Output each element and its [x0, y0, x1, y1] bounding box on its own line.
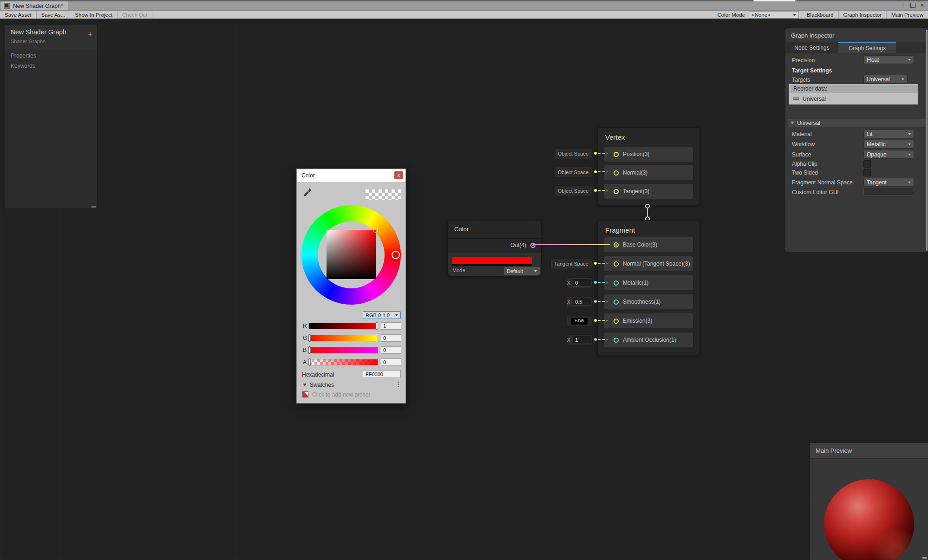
emission-hdr-widget[interactable]: HDR: [567, 315, 592, 326]
blackboard-header: New Shader Graph Shader Graphs +: [5, 25, 97, 49]
channel-a-value[interactable]: 0: [381, 358, 401, 366]
widget-dot: [594, 300, 597, 303]
ambient-occlusion-value-field[interactable]: X 1: [566, 334, 592, 345]
sv-selector[interactable]: [373, 228, 378, 233]
main-preview-header[interactable]: Main Preview: [810, 443, 928, 459]
alpha-clip-checkbox[interactable]: [863, 160, 871, 168]
surface-dropdown[interactable]: Opaque: [863, 150, 914, 159]
output-port-vec4[interactable]: [530, 243, 536, 248]
color-node[interactable]: Color Out(4) Mode Default: [447, 220, 542, 276]
chevron-down-icon: [395, 314, 398, 316]
top-edge-tick: [795, 0, 797, 1]
close-window-icon[interactable]: ✕: [920, 2, 924, 8]
vertex-port-position[interactable]: Position(3): [604, 147, 693, 162]
show-in-project-button[interactable]: Show In Project: [70, 11, 118, 19]
window-menu-icon[interactable]: ⋮: [901, 2, 906, 8]
position-space-dropdown[interactable]: Object Space: [554, 148, 592, 159]
vertex-port-normal[interactable]: Normal(3): [604, 165, 693, 180]
tangent-space-dropdown[interactable]: Object Space: [554, 185, 592, 196]
channel-g-value[interactable]: 0: [381, 334, 401, 342]
add-property-button[interactable]: +: [88, 30, 92, 38]
channel-b-value[interactable]: 0: [381, 346, 401, 354]
blackboard-toggle-button[interactable]: Blackboard: [802, 11, 839, 19]
color-space-dropdown[interactable]: RGB 0-1.0: [363, 311, 401, 319]
mode-dropdown[interactable]: Default: [503, 267, 540, 275]
save-as-button[interactable]: Save As...: [37, 11, 71, 19]
preset-swatch-icon[interactable]: [302, 391, 308, 397]
swatches-foldout-icon[interactable]: [303, 384, 307, 386]
slider-handle[interactable]: [308, 346, 311, 354]
channel-b-slider[interactable]: [308, 347, 378, 353]
workflow-label: Workflow: [792, 141, 815, 148]
metallic-value-field[interactable]: X 0: [566, 277, 592, 288]
fragment-port-emission[interactable]: Emission(3): [604, 313, 693, 328]
normal-space-widget[interactable]: Tangent Space: [550, 258, 592, 269]
color-mode-dropdown[interactable]: <None>: [749, 11, 799, 19]
fragment-normal-space-dropdown[interactable]: Tangent: [863, 178, 914, 187]
vertex-node[interactable]: Vertex Position(3) Normal(3) Tangent(3): [597, 127, 700, 205]
channel-r-slider[interactable]: [308, 323, 378, 329]
fragment-port-metallic[interactable]: Metallic(1): [604, 275, 693, 290]
preview-sphere[interactable]: [824, 479, 914, 560]
port-circle-vec1[interactable]: [614, 338, 619, 343]
inspector-scrollbar[interactable]: [926, 30, 928, 251]
blackboard-section-properties[interactable]: Properties: [11, 52, 36, 59]
add-preset-hint[interactable]: Click to add new preset: [312, 391, 370, 398]
edge-color-to-basecolor[interactable]: [533, 244, 610, 245]
fragment-node[interactable]: Fragment Base Color(3) Normal (Tangent S…: [597, 220, 700, 355]
widget-dot: [594, 189, 597, 192]
swatches-menu-icon[interactable]: ⋮: [395, 381, 401, 388]
port-circle-vec3[interactable]: [614, 152, 619, 157]
hue-selector[interactable]: [392, 251, 400, 259]
port-circle-vec3[interactable]: [614, 170, 619, 176]
top-edge-tick: [753, 0, 754, 1]
universal-foldout[interactable]: Universal: [788, 119, 926, 127]
workflow-dropdown[interactable]: Metallic: [863, 140, 914, 149]
tab-node-settings[interactable]: Node Settings: [785, 42, 838, 53]
tab-graph-settings[interactable]: Graph Settings: [838, 42, 896, 53]
reorder-item-universal[interactable]: Universal: [790, 93, 918, 104]
port-circle-vec3[interactable]: [614, 189, 619, 194]
fragment-port-base-color[interactable]: Base Color(3): [604, 237, 693, 252]
material-dropdown[interactable]: Lit: [863, 130, 914, 138]
precision-dropdown[interactable]: Float: [863, 55, 914, 64]
slider-handle[interactable]: [308, 334, 311, 342]
vertex-port-tangent[interactable]: Tangent(3): [604, 184, 693, 199]
widget-dot: [594, 338, 597, 341]
normal-space-dropdown[interactable]: Object Space: [554, 167, 592, 178]
eyedropper-icon[interactable]: [303, 188, 312, 197]
channel-a-slider[interactable]: [308, 359, 378, 365]
slider-handle[interactable]: [308, 358, 311, 366]
port-circle-vec3-connected[interactable]: [614, 242, 619, 247]
port-circle-vec1[interactable]: [614, 300, 619, 305]
slider-handle[interactable]: [376, 322, 378, 330]
drag-handle-icon[interactable]: [793, 98, 799, 100]
port-circle-vec3[interactable]: [614, 261, 619, 267]
save-asset-button[interactable]: Save Asset: [0, 11, 37, 19]
saturation-value-square[interactable]: [327, 230, 376, 279]
two-sided-checkbox[interactable]: [863, 169, 871, 176]
dialog-title-bar[interactable]: Color x: [297, 169, 405, 182]
resize-grip[interactable]: [91, 206, 96, 208]
document-tab[interactable]: New Shader Graph*: [1, 1, 68, 10]
custom-editor-gui-input[interactable]: [863, 188, 914, 195]
restore-window-icon[interactable]: [910, 3, 915, 8]
close-dialog-button[interactable]: x: [394, 171, 403, 179]
chevron-down-icon: [908, 59, 911, 61]
fragment-port-smoothness[interactable]: Smoothness(1): [604, 294, 693, 309]
fragment-port-ambient-occlusion[interactable]: Ambient Occlusion(1): [604, 332, 693, 347]
blackboard-section-keywords[interactable]: Keywords: [11, 63, 35, 69]
graph-inspector-toggle-button[interactable]: Graph Inspector: [839, 11, 887, 19]
color-swatch[interactable]: [452, 257, 532, 264]
inspector-tabs: Node Settings Graph Settings: [785, 42, 928, 53]
channel-g-slider[interactable]: [308, 335, 378, 341]
channel-r-value[interactable]: 1: [381, 322, 401, 330]
targets-dropdown[interactable]: Universal: [863, 75, 908, 84]
port-circle-vec3[interactable]: [614, 319, 619, 324]
resize-grip[interactable]: [922, 557, 927, 559]
port-circle-vec1[interactable]: [614, 280, 619, 286]
fragment-port-normal[interactable]: Normal (Tangent Space)(3): [604, 256, 693, 271]
main-preview-toggle-button[interactable]: Main Preview: [887, 11, 928, 19]
hexadecimal-input[interactable]: FF0000: [363, 370, 401, 378]
smoothness-value-field[interactable]: X 0.5: [566, 296, 592, 307]
